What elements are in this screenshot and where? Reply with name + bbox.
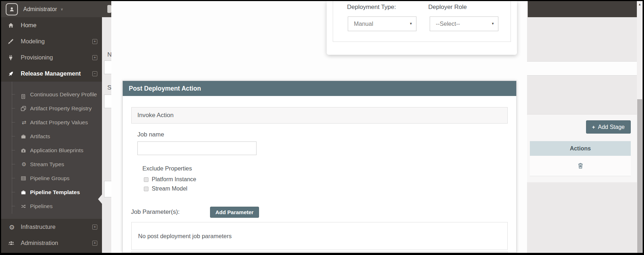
sidebar-item-modeling[interactable]: Modeling + [1, 33, 102, 49]
app-window: Administrator ∨ Home Modeling + Provisio… [0, 0, 644, 255]
stages-panel: + Add Stage Actions [527, 114, 637, 182]
expand-plus-icon[interactable]: + [92, 225, 97, 230]
user-menu[interactable]: Administrator ∨ [1, 1, 102, 17]
sidebar-item-label: Pipelines [30, 203, 53, 209]
sidebar-item-label: Infrastructure [21, 223, 55, 230]
briefcase-icon [21, 134, 27, 139]
avatar [6, 3, 18, 15]
sidebar-item-label: Pipeline Templates [30, 189, 80, 195]
sidebar-item-artifact-property-registry[interactable]: Artifact Property Registry [1, 101, 102, 115]
medkit-icon [21, 148, 27, 153]
job-name-label: Job name [137, 131, 164, 138]
page-fragment-strip: N S [102, 1, 111, 253]
deployer-role-label: Deployer Role [428, 4, 467, 11]
hidden-input-fragment [104, 95, 111, 108]
scrollbar-thumb[interactable] [637, 99, 642, 253]
gears-icon: ⚙ [21, 160, 27, 168]
scroll-up-arrow-icon[interactable]: ▲ [637, 3, 643, 6]
sidebar-item-label: Artifact Property Values [30, 119, 88, 125]
panel-title: Post Deployment Action [123, 81, 516, 96]
sidebar-item-stream-types[interactable]: ⚙ Stream Types [1, 157, 102, 171]
table-row [530, 156, 631, 176]
rocket-icon [8, 71, 16, 77]
sidebar-item-label: Artifact Property Registry [30, 105, 92, 111]
sidebar-item-label: Artifacts [30, 133, 50, 139]
sidebar-item-pipeline-groups[interactable]: Pipeline Groups [1, 171, 102, 185]
job-parameters-label: Job Parameter(s): [131, 208, 180, 216]
deployment-type-value: Manual [354, 20, 373, 27]
trash-icon [577, 163, 584, 169]
add-stage-button[interactable]: + Add Stage [586, 120, 631, 134]
sidebar-item-pipelines[interactable]: Pipelines [1, 199, 102, 213]
sidebar-item-home[interactable]: Home [1, 17, 102, 33]
expand-plus-icon[interactable]: + [92, 39, 97, 44]
sidebar-item-infrastructure[interactable]: ⚙ Infrastructure + [1, 219, 102, 235]
stream-model-option: Stream Model [144, 186, 187, 192]
sidebar-item-artifact-property-values[interactable]: ⇄ Artifact Property Values [1, 115, 102, 129]
vertical-scrollbar[interactable]: ▲ [637, 1, 643, 253]
delete-stage-button[interactable] [577, 163, 584, 169]
sidebar-item-label: Provisioning [21, 54, 53, 61]
toolbar-row-fragment [527, 61, 637, 76]
gear-icon: ⚙ [8, 219, 16, 235]
sidebar: Administrator ∨ Home Modeling + Provisio… [1, 1, 102, 253]
sidebar-item-label: Stream Types [30, 161, 64, 167]
checkbox-label: Platform Instance [152, 176, 196, 183]
deployment-type-select[interactable]: Manual ▼ [348, 16, 416, 31]
caret-down-icon: ▼ [409, 17, 413, 31]
hidden-input-fragment [104, 61, 111, 74]
logo-fragment [107, 5, 111, 13]
topbar-fragment [102, 1, 111, 17]
sidebar-item-label: Release Management [21, 70, 81, 77]
sidebar-item-release-management[interactable]: Release Management − [1, 66, 102, 82]
exclude-properties-label: Exclude Properties [142, 165, 192, 172]
sidebar-item-artifacts[interactable]: Artifacts [1, 129, 102, 143]
sidebar-item-label: Administration [21, 240, 58, 246]
expand-plus-icon[interactable]: + [92, 241, 97, 246]
sidebar-item-application-blueprints[interactable]: Application Blueprints [1, 143, 102, 157]
collapse-minus-icon[interactable]: − [92, 71, 97, 76]
users-icon [8, 240, 16, 246]
invoke-action-section-header: Invoke Action [131, 107, 508, 124]
add-stage-label: Add Stage [598, 124, 625, 130]
platform-instance-option: Platform Instance [144, 176, 196, 183]
home-icon [8, 23, 16, 28]
user-name: Administrator [23, 6, 57, 13]
exchange-icon: ⇄ [21, 119, 27, 126]
plus-icon: + [592, 124, 595, 130]
sidebar-item-administration[interactable]: Administration + [1, 235, 102, 251]
stream-model-checkbox[interactable] [144, 187, 148, 191]
checkbox-label: Stream Model [152, 186, 187, 192]
deployment-type-label: Deployment Type: [347, 4, 396, 11]
sidebar-item-pipeline-templates[interactable]: Pipeline Templates [1, 185, 102, 199]
stages-table: Actions [530, 141, 631, 176]
user-icon [9, 6, 15, 12]
deployer-role-select[interactable]: --Select-- ▼ [430, 16, 498, 31]
sidebar-item-provisioning[interactable]: Provisioning + [1, 49, 102, 66]
sidebar-item-continuous-delivery-profile[interactable]: Continuous Delivery Profile [1, 87, 102, 101]
table-icon [21, 176, 27, 181]
chevron-down-icon: ∨ [60, 7, 63, 11]
sidebar-item-label: Home [21, 22, 36, 28]
deployer-role-value: --Select-- [436, 20, 460, 27]
sidebar-item-label: Application Blueprints [30, 147, 83, 153]
shuffle-icon [21, 204, 27, 208]
topbar-fragment [528, 1, 637, 17]
hidden-form-label: S [107, 84, 111, 91]
next-section-header-fragment [131, 251, 508, 253]
actions-column-header: Actions [530, 141, 631, 156]
empty-parameters-message: No post deployment job parameters [131, 222, 508, 250]
job-name-input[interactable] [137, 141, 257, 155]
post-deployment-action-panel: Post Deployment Action Invoke Action Job… [122, 81, 517, 253]
briefcase-icon [21, 190, 27, 195]
sidebar-item-label: Continuous Delivery Profile [30, 91, 97, 97]
expand-plus-icon[interactable]: + [92, 55, 97, 60]
brush-icon [8, 39, 16, 44]
platform-instance-checkbox[interactable] [144, 177, 148, 182]
file-icon [21, 94, 27, 99]
add-parameter-button[interactable]: Add Parameter [210, 207, 259, 218]
hidden-input-fragment [104, 181, 111, 197]
active-item-notch [98, 194, 102, 204]
deployment-fieldset: Deployment Type: Deployer Role Manual ▼ … [333, 0, 511, 42]
hidden-form-label: N [107, 51, 111, 58]
